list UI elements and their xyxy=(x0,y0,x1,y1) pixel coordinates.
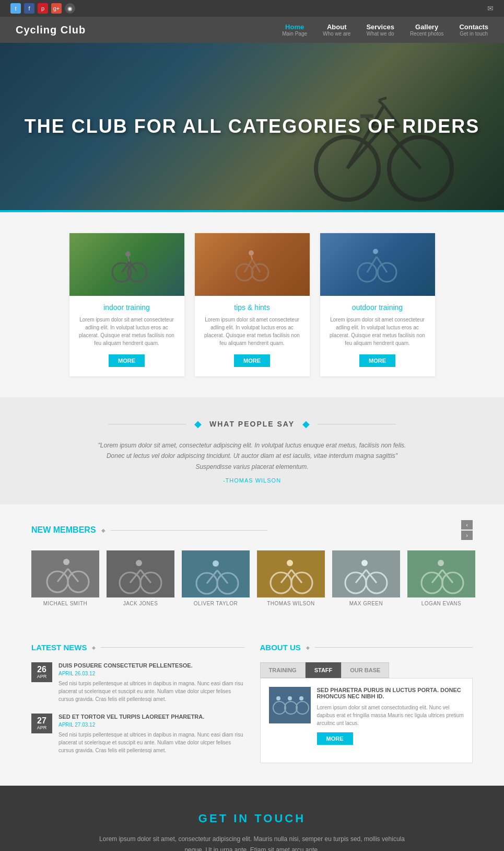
about-tabs: TRAINING STAFF OUR BASE xyxy=(260,662,473,678)
card-indoor: indoor training Lorem ipsum dolor sit am… xyxy=(69,233,184,376)
carousel-prev-button[interactable]: ‹ xyxy=(461,520,473,530)
about-header-row: ABOUT US ◆ xyxy=(260,643,473,652)
member-image-1 xyxy=(31,550,99,597)
svg-point-70 xyxy=(288,696,292,700)
members-row: MICHAEL SMITH JACK JONES xyxy=(31,550,473,606)
about-content: SED PHARETRA PURUS IN LUCTUS PORTA. DONE… xyxy=(260,678,473,763)
members-section: NEW MEMBERS ◆ ‹ › MICHAEL SMITH xyxy=(0,504,504,627)
member-image-3 xyxy=(182,550,250,597)
about-title-line xyxy=(315,647,473,648)
card-indoor-text: Lorem ipsum dolor sit amet consecteteur … xyxy=(77,316,177,347)
news-month-1: APR xyxy=(33,674,50,679)
member-card: MICHAEL SMITH xyxy=(31,550,99,606)
member-3-cycling-img xyxy=(182,550,250,597)
news-content-2: SED ET TORTOR VEL TURPIS LAOREET PHARETR… xyxy=(58,714,244,754)
news-title-line xyxy=(101,647,244,648)
news-text-1: Sed nisi turpis pellentesque at ultrices… xyxy=(58,680,244,703)
member-image-6 xyxy=(407,550,475,597)
about-tab-staff[interactable]: STAFF xyxy=(306,662,342,678)
news-header-row: LATEST NEWS ◆ xyxy=(31,643,244,652)
news-dateline-1: APRIL 26.03.12 xyxy=(58,671,244,676)
carousel-controls: ‹ › xyxy=(461,520,473,540)
tips-cycling-icon xyxy=(231,244,273,285)
news-headline-2: SED ET TORTOR VEL TURPIS LAOREET PHARETR… xyxy=(58,714,244,720)
svg-point-40 xyxy=(136,560,142,566)
svg-point-28 xyxy=(373,249,378,254)
testimonial-author: -THOMAS WILSON xyxy=(52,477,452,484)
member-name-4: THOMAS WILSON xyxy=(257,601,325,606)
facebook-icon[interactable]: f xyxy=(24,3,34,14)
news-text-2: Sed nisi turpis pellentesque at ultrices… xyxy=(58,731,244,754)
member-name-2: JACK JONES xyxy=(107,601,174,606)
svg-line-8 xyxy=(379,98,386,100)
nav-contacts[interactable]: Contacts Get in touch xyxy=(459,23,488,37)
cards-row: indoor training Lorem ipsum dolor sit am… xyxy=(52,233,452,376)
member-name-1: MICHAEL SMITH xyxy=(31,601,99,606)
twitter-icon[interactable]: t xyxy=(10,3,21,14)
nav-about[interactable]: About Who we are xyxy=(323,23,350,37)
nav-services[interactable]: Services What we do xyxy=(366,23,394,37)
svg-line-26 xyxy=(367,257,377,272)
svg-rect-59 xyxy=(407,550,475,597)
members-title-row: NEW MEMBERS ◆ xyxy=(31,525,267,535)
googleplus-icon[interactable]: g+ xyxy=(51,3,62,14)
about-section: ABOUT US ◆ TRAINING STAFF OUR BASE xyxy=(260,643,473,765)
news-section-title: LATEST NEWS xyxy=(31,643,87,652)
svg-point-64 xyxy=(438,560,444,566)
about-more-button[interactable]: MORE xyxy=(317,732,353,745)
member-image-4 xyxy=(257,550,325,597)
news-dateline-2: APRIL 27.03.12 xyxy=(58,722,244,728)
card-outdoor-image xyxy=(320,233,435,296)
pinterest-icon[interactable]: p xyxy=(38,3,48,14)
about-section-title: ABOUT US xyxy=(260,643,301,652)
members-header: NEW MEMBERS ◆ ‹ › xyxy=(31,520,473,540)
about-content-title: SED PHARETRA PURUS IN LUCTUS PORTA. DONE… xyxy=(317,687,464,699)
card-indoor-image xyxy=(69,233,184,296)
svg-rect-65 xyxy=(269,687,311,723)
about-content-inner: SED PHARETRA PURUS IN LUCTUS PORTA. DONE… xyxy=(269,687,464,754)
card-outdoor: outdoor training Lorem ipsum dolor sit a… xyxy=(320,233,435,376)
carousel-next-button[interactable]: › xyxy=(461,531,473,540)
card-tips: tips & hints Lorem ipsum dolor sit amet … xyxy=(195,233,310,376)
about-tab-ourbase[interactable]: OUR BASE xyxy=(341,662,389,678)
card-outdoor-more-button[interactable]: MORE xyxy=(359,354,395,367)
news-day-1: 26 xyxy=(33,665,50,674)
nav-home[interactable]: Home Main Page xyxy=(282,23,307,37)
news-month-2: APR xyxy=(33,725,50,730)
news-date-box-2: 27 APR xyxy=(31,714,52,733)
email-icon[interactable]: ✉ xyxy=(487,4,494,13)
top-bar: t f p g+ ◉ ✉ xyxy=(0,0,504,17)
card-tips-title: tips & hints xyxy=(200,303,304,312)
svg-point-16 xyxy=(125,251,131,257)
member-4-cycling-img xyxy=(257,550,325,597)
about-staff-image xyxy=(269,687,311,723)
about-tab-training[interactable]: TRAINING xyxy=(260,662,306,678)
about-content-text: Lorem ipsum dolor sit amet consectoturdi… xyxy=(317,704,464,727)
svg-point-58 xyxy=(361,560,368,566)
footer-get-in-touch-title: GET IN TOUCH xyxy=(31,812,473,825)
svg-line-21 xyxy=(252,259,260,272)
svg-line-23 xyxy=(251,256,252,259)
footer-top-description: Lorem ipsum dolor sit amet, consectetur … xyxy=(96,834,409,851)
news-item-1: 26 APR DUIS POSUERE CONSECTETUR PELLENTE… xyxy=(31,662,244,703)
member-card: JACK JONES xyxy=(107,550,174,606)
card-tips-more-button[interactable]: MORE xyxy=(234,354,270,367)
member-card: THOMAS WILSON xyxy=(257,550,325,606)
nav-gallery[interactable]: Gallery Recent photos xyxy=(410,23,444,37)
testimonial-section-title: WHAT PEOPLE SAY xyxy=(209,420,295,428)
other-social-icon[interactable]: ◉ xyxy=(65,3,75,14)
footer-top: GET IN TOUCH Lorem ipsum dolor sit amet,… xyxy=(0,786,504,851)
svg-line-20 xyxy=(244,259,252,272)
card-outdoor-text: Lorem ipsum dolor sit amet consecteteur … xyxy=(328,316,427,347)
card-tips-text: Lorem ipsum dolor sit amet consecteteur … xyxy=(203,316,302,347)
member-6-cycling-img xyxy=(407,550,475,597)
svg-rect-53 xyxy=(332,550,400,597)
title-line-right xyxy=(318,424,396,424)
member-name-6: LOGAN EVANS xyxy=(407,601,475,606)
members-section-title: NEW MEMBERS xyxy=(31,525,96,535)
card-indoor-title: indoor training xyxy=(75,303,179,312)
svg-rect-41 xyxy=(182,550,250,597)
member-card: MAX GREEN xyxy=(332,550,400,606)
card-indoor-more-button[interactable]: MORE xyxy=(109,354,145,367)
header: Cycling Club Home Main Page About Who we… xyxy=(0,17,504,43)
